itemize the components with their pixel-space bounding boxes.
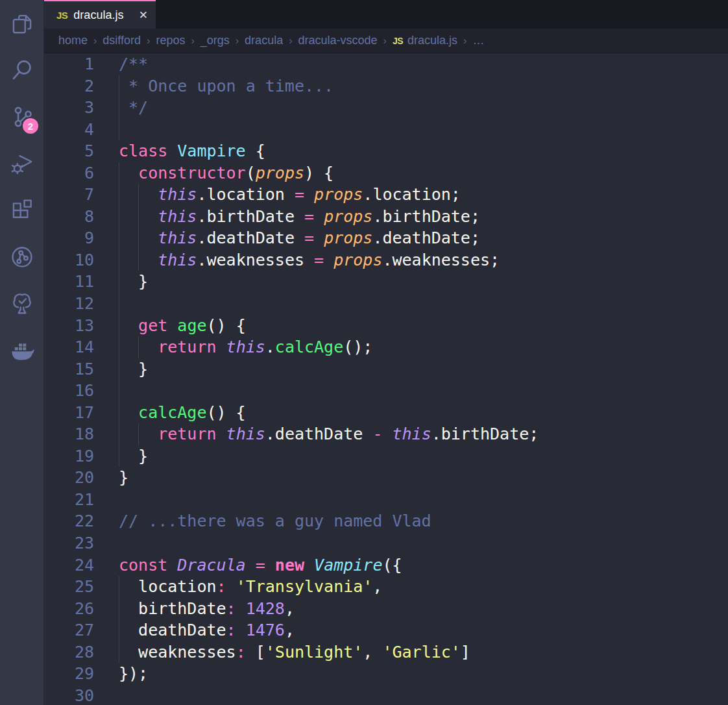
code-line-content[interactable] (119, 532, 728, 554)
code-line-content[interactable]: } (119, 467, 728, 489)
code-token (265, 556, 275, 575)
indent-guide (119, 576, 119, 598)
line-number[interactable]: 21 (44, 489, 94, 511)
code-line-content[interactable]: return this.deathDate - this.birthDate; (119, 423, 728, 445)
line-number[interactable]: 27 (44, 619, 94, 641)
code-line-content[interactable]: birthDate: 1428, (119, 598, 728, 620)
code-token: calcAge (138, 403, 206, 422)
line-number[interactable]: 19 (44, 445, 94, 467)
code-token: 1428 (246, 599, 285, 618)
line-number[interactable]: 8 (44, 206, 94, 228)
indent-guide (138, 227, 139, 249)
breadcrumb-item[interactable]: dracula (245, 34, 283, 47)
code-editor: 1/**2 * Once upon a time...3 */45class V… (44, 53, 728, 705)
line-number[interactable]: 12 (44, 293, 94, 315)
code-line-content[interactable]: } (119, 445, 728, 467)
code-line-content[interactable]: this.deathDate = props.deathDate; (119, 227, 728, 249)
code-token: * Once upon a time... (119, 77, 334, 95)
code-line-content[interactable]: /** (119, 53, 728, 75)
line-number[interactable]: 20 (44, 467, 94, 489)
code-line-content[interactable] (119, 380, 728, 402)
sidebar-item-docker[interactable] (0, 327, 43, 374)
line-number[interactable]: 13 (44, 315, 94, 337)
sidebar-item-source-control[interactable]: 2 (0, 93, 43, 140)
code-line-content[interactable]: } (119, 271, 728, 293)
line-number[interactable]: 9 (44, 227, 94, 249)
code-token: [ (246, 643, 265, 662)
code-line-content[interactable]: deathDate: 1476, (119, 619, 728, 641)
code-line-content[interactable]: this.weaknesses = props.weaknesses; (119, 249, 728, 271)
js-file-icon: JS (56, 10, 67, 21)
code-line-content[interactable]: constructor(props) { (119, 162, 728, 184)
line-number[interactable]: 7 (44, 184, 94, 206)
line-number[interactable]: 5 (44, 140, 94, 162)
line-number[interactable]: 15 (44, 358, 94, 380)
line-number[interactable]: 23 (44, 532, 94, 554)
line-number[interactable]: 29 (44, 663, 94, 685)
sidebar-item-explorer[interactable] (0, 0, 43, 47)
line-number[interactable]: 4 (44, 119, 94, 141)
code-line-content[interactable]: get age() { (119, 315, 728, 337)
sidebar-item-search[interactable] (0, 47, 43, 93)
code-line-content[interactable] (119, 489, 728, 511)
code-line-content[interactable] (119, 685, 728, 705)
code-line-content[interactable]: location: 'Transylvania', (119, 576, 728, 598)
line-number[interactable]: 28 (44, 641, 94, 663)
sidebar-item-extensions[interactable] (0, 187, 43, 234)
line-number[interactable]: 1 (44, 53, 94, 75)
indent-guide (119, 293, 119, 315)
code-line: 24const Dracula = new Vampire({ (44, 554, 728, 576)
breadcrumb-item[interactable]: _orgs (200, 34, 230, 47)
code-token: this (158, 185, 197, 204)
line-number[interactable]: 2 (44, 75, 94, 97)
code-line-content[interactable]: }); (119, 663, 728, 685)
code-line-content[interactable]: const Dracula = new Vampire({ (119, 554, 728, 576)
line-number[interactable]: 16 (44, 380, 94, 402)
js-file-icon: JS (393, 36, 403, 46)
code-token: calcAge (275, 338, 343, 356)
line-number[interactable]: 24 (44, 554, 94, 576)
code-line-content[interactable]: */ (119, 97, 728, 119)
sidebar-item-run-debug[interactable] (0, 140, 43, 187)
code-line-content[interactable]: class Vampire { (119, 140, 728, 162)
line-number[interactable]: 18 (44, 423, 94, 445)
line-number[interactable]: 22 (44, 510, 94, 532)
line-number[interactable]: 6 (44, 162, 94, 184)
breadcrumb-item[interactable]: home (58, 34, 88, 47)
line-number[interactable]: 10 (44, 249, 94, 271)
code-line-content[interactable]: this.location = props.location; (119, 184, 728, 206)
breadcrumb-item[interactable]: dsifford (103, 34, 141, 47)
breadcrumb-item[interactable]: … (472, 34, 484, 47)
code-line-content[interactable]: } (119, 358, 728, 380)
code-line-content[interactable]: return this.calcAge(); (119, 336, 728, 358)
line-number[interactable]: 11 (44, 271, 94, 293)
code-line-content[interactable]: weaknesses: ['Sunlight', 'Garlic'] (119, 641, 728, 663)
code-token: 1476 (246, 621, 285, 639)
code-line-content[interactable] (119, 119, 728, 141)
code-line-content[interactable] (119, 293, 728, 315)
code-token: .deathDate; (372, 229, 480, 247)
line-number[interactable]: 30 (44, 685, 94, 705)
line-number[interactable]: 17 (44, 402, 94, 424)
breadcrumb-separator-icon: › (93, 35, 97, 47)
code-line-content[interactable]: calcAge() { (119, 402, 728, 424)
code-token: this (158, 207, 197, 226)
line-number[interactable]: 14 (44, 336, 94, 358)
code-line-content[interactable]: this.birthDate = props.birthDate; (119, 206, 728, 228)
code-token: }); (119, 664, 148, 683)
code-token: /** (119, 55, 148, 73)
sidebar-item-tree[interactable] (0, 280, 43, 327)
breadcrumb-item[interactable]: JSdracula.js (393, 34, 457, 47)
line-number[interactable]: 25 (44, 576, 94, 598)
close-icon[interactable]: ✕ (139, 10, 148, 21)
line-number[interactable]: 3 (44, 97, 94, 119)
breadcrumb-item[interactable]: repos (156, 34, 185, 47)
code-line-content[interactable]: * Once upon a time... (119, 75, 728, 97)
tab-dracula-js[interactable]: JS dracula.js ✕ (44, 0, 156, 29)
code-line-content[interactable]: // ...there was a guy named Vlad (119, 510, 728, 532)
code-token: : (236, 643, 246, 662)
sidebar-item-git-graph[interactable] (0, 234, 43, 280)
breadcrumb-item[interactable]: dracula-vscode (298, 34, 377, 47)
line-number[interactable]: 26 (44, 598, 94, 620)
code-line: 13 get age() { (44, 315, 728, 337)
